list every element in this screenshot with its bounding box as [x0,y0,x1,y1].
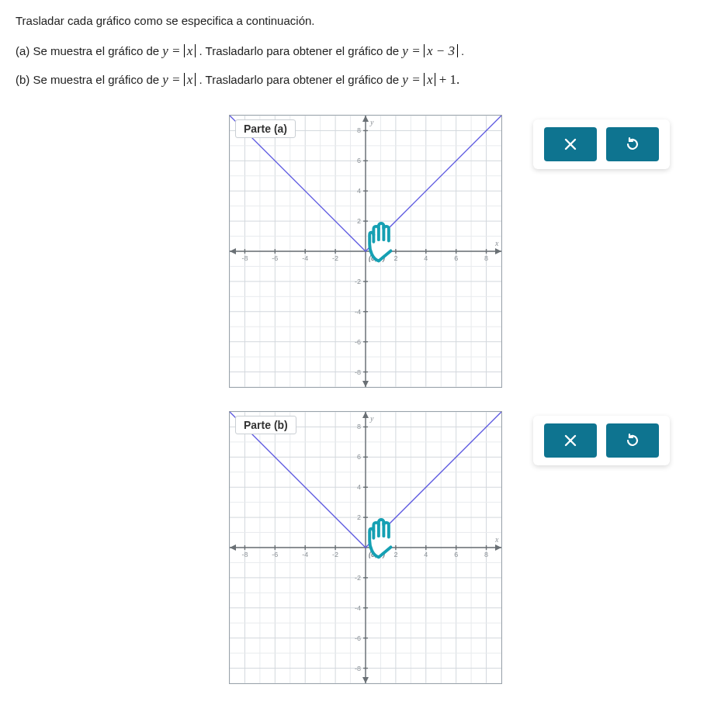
svg-text:4: 4 [357,483,361,491]
close-icon [563,137,577,151]
svg-marker-43 [362,381,369,387]
svg-text:-8: -8 [241,254,248,262]
part-b-row: Parte (b) -8-6-4-22468-8-6-4-22468xy(0, … [16,411,712,684]
svg-text:-4: -4 [302,551,308,558]
svg-marker-124 [495,544,501,551]
svg-text:-8: -8 [355,665,361,672]
part-a-row: Parte (a) -8-6-4-22468-8-6-4-22468xy(0, … [16,115,712,388]
svg-text:2: 2 [393,254,397,262]
reset-button[interactable] [606,423,659,458]
svg-marker-40 [495,248,501,254]
svg-text:6: 6 [454,254,458,262]
svg-text:-8: -8 [241,551,248,558]
svg-text:-2: -2 [355,574,361,582]
question-a: (a) Se muestra el gráfico de y = x . Tra… [16,40,712,64]
question-b: (b) Se muestra el gráfico de y = x . Tra… [16,68,712,92]
svg-text:x: x [494,239,499,247]
clear-button[interactable] [544,423,597,458]
svg-text:8: 8 [484,551,488,558]
svg-marker-125 [230,544,236,551]
svg-text:4: 4 [424,254,428,262]
svg-text:-6: -6 [355,338,361,346]
svg-text:y: y [369,414,374,423]
drag-hand-icon[interactable] [369,520,390,557]
svg-text:6: 6 [454,551,458,558]
svg-marker-127 [362,677,369,683]
reset-button[interactable] [606,127,659,161]
svg-marker-41 [230,248,236,254]
drag-hand-icon[interactable] [369,223,390,261]
chart-b[interactable]: -8-6-4-22468-8-6-4-22468xy(0, 0) [229,411,502,684]
controls-b [533,416,670,465]
svg-text:-6: -6 [272,551,278,558]
chart-a-container[interactable]: Parte (a) -8-6-4-22468-8-6-4-22468xy(0, … [229,115,502,388]
svg-text:y: y [369,118,374,126]
undo-icon [625,137,640,152]
chart-b-container[interactable]: Parte (b) -8-6-4-22468-8-6-4-22468xy(0, … [229,411,502,684]
svg-text:x: x [494,535,499,544]
instruction-block: Trasladar cada gráfico como se especific… [16,14,712,92]
instruction-text: Trasladar cada gráfico como se especific… [16,14,712,27]
svg-text:-6: -6 [355,634,361,642]
chart-b-label: Parte (b) [235,416,296,434]
controls-a [533,119,670,169]
chart-a-label: Parte (a) [235,119,296,138]
svg-marker-126 [362,412,369,418]
undo-icon [625,433,640,448]
svg-text:-4: -4 [355,604,361,612]
svg-text:8: 8 [357,127,361,135]
svg-text:8: 8 [357,423,361,431]
svg-text:-2: -2 [332,254,338,262]
svg-text:4: 4 [424,551,428,558]
svg-text:2: 2 [357,217,361,225]
svg-text:4: 4 [357,187,361,195]
svg-text:-4: -4 [302,254,308,262]
svg-text:6: 6 [357,157,361,165]
svg-text:-6: -6 [272,254,278,262]
svg-text:2: 2 [357,513,361,521]
svg-marker-42 [362,116,369,122]
clear-button[interactable] [544,127,597,161]
svg-text:-2: -2 [355,278,361,285]
chart-a[interactable]: -8-6-4-22468-8-6-4-22468xy(0, 0) [229,115,502,388]
svg-text:6: 6 [357,454,361,461]
svg-text:-8: -8 [355,368,361,376]
svg-text:-2: -2 [332,551,338,558]
svg-text:2: 2 [393,551,397,558]
svg-text:-4: -4 [355,308,361,316]
svg-text:8: 8 [484,254,488,262]
close-icon [563,434,577,448]
